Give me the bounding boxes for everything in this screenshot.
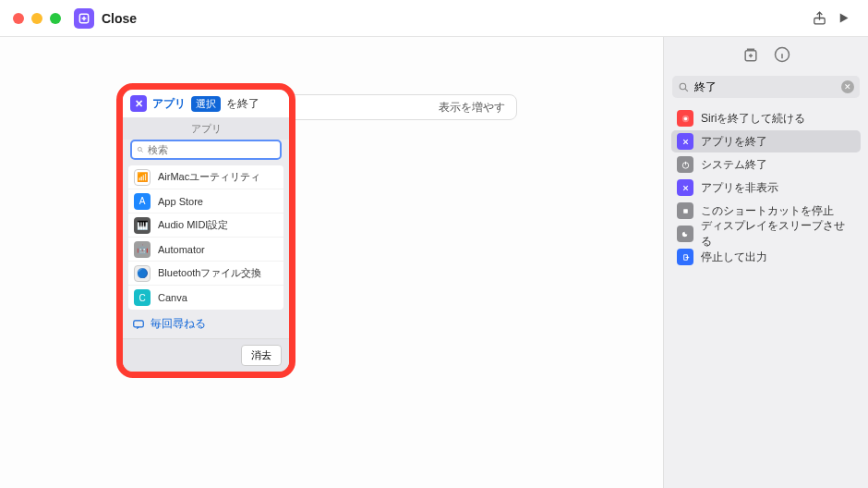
sidebar-item-label: ディスプレイをスリープさせる: [701, 218, 855, 250]
sidebar-item[interactable]: Siriを終了して続ける: [671, 107, 861, 129]
right-sidebar: ✕ Siriを終了して続けるアプリを終了システム終了アプリを非表示このショートカ…: [663, 37, 868, 488]
clear-search-button[interactable]: ✕: [841, 80, 854, 93]
sidebar-item-label: 停止して出力: [701, 250, 767, 265]
shortcut-icon: [74, 8, 94, 29]
sidebar-item[interactable]: システム終了: [671, 153, 861, 176]
sidebar-item[interactable]: アプリを終了: [671, 130, 861, 152]
minimize-window-button[interactable]: [31, 13, 42, 24]
app-name: Automator: [158, 244, 205, 255]
sidebar-item[interactable]: アプリを非表示: [671, 177, 861, 199]
app-icon: 📶: [134, 169, 151, 186]
action-header: ✕ アプリ 選択 を終了: [123, 90, 289, 117]
param-app-label[interactable]: アプリ: [152, 96, 186, 112]
share-button[interactable]: [807, 6, 831, 30]
clear-button[interactable]: 消去: [241, 345, 282, 366]
sidebar-search[interactable]: ✕: [672, 76, 860, 98]
quit-app-action-icon: ✕: [130, 95, 147, 112]
sidebar-item-icon: [677, 133, 693, 150]
sidebar-item-icon: [677, 249, 693, 265]
sidebar-search-input[interactable]: [694, 80, 837, 93]
sidebar-item-label: このショートカットを停止: [701, 203, 834, 219]
app-icon: C: [134, 289, 151, 306]
sidebar-item-icon: [677, 202, 693, 219]
sidebar-item[interactable]: 停止して出力: [671, 246, 861, 268]
sidebar-item-icon: [677, 226, 693, 242]
app-icon: A: [134, 193, 151, 210]
titlebar: Close: [0, 0, 868, 37]
window-controls: [13, 13, 61, 24]
app-name: Audio MIDI設定: [158, 218, 228, 232]
app-picker-popover: ✕ アプリ 選択 を終了 アプリ 📶AirMacユーティリティAApp Stor…: [116, 83, 295, 378]
library-button[interactable]: [741, 45, 760, 64]
app-icon: 🔵: [134, 265, 151, 282]
sidebar-item-label: システム終了: [701, 157, 767, 173]
sidebar-item-icon: [677, 156, 693, 173]
popover-search-input[interactable]: [148, 144, 275, 155]
app-icon: 🎹: [134, 217, 151, 234]
app-row[interactable]: CCanva: [128, 286, 283, 310]
app-icon: 🤖: [134, 241, 151, 258]
zoom-window-button[interactable]: [50, 13, 61, 24]
svg-point-6: [680, 83, 686, 90]
svg-rect-3: [134, 320, 144, 326]
sidebar-item-icon: [677, 110, 693, 127]
chat-icon: [132, 318, 145, 331]
show-more-label[interactable]: 表示を増やす: [439, 100, 505, 116]
window-title: Close: [102, 11, 137, 26]
param-select-pill[interactable]: 選択: [191, 96, 221, 112]
app-row[interactable]: AApp Store: [128, 189, 283, 214]
app-row[interactable]: 🤖Automator: [128, 238, 283, 262]
editor-canvas: 表示を増やす ✕ アプリ 選択 を終了 アプリ 📶AirMacユーティリティAA…: [0, 37, 663, 488]
ask-each-time-row[interactable]: 毎回尋ねる: [123, 310, 289, 338]
app-list: 📶AirMacユーティリティAApp Store🎹Audio MIDI設定🤖Au…: [128, 165, 283, 310]
app-name: AirMacユーティリティ: [158, 170, 260, 184]
svg-point-2: [138, 147, 141, 151]
close-window-button[interactable]: [13, 13, 24, 24]
app-row[interactable]: 📶AirMacユーティリティ: [128, 165, 283, 189]
sidebar-item-label: Siriを終了して続ける: [701, 111, 805, 127]
info-button[interactable]: [773, 45, 791, 64]
search-icon: [137, 144, 144, 155]
popover-section-header: アプリ: [123, 117, 289, 140]
svg-point-8: [683, 116, 687, 120]
app-row[interactable]: 🔵Bluetoothファイル交換: [128, 262, 283, 286]
app-name: App Store: [158, 196, 203, 207]
run-button[interactable]: [831, 6, 855, 30]
svg-rect-10: [683, 209, 688, 214]
sidebar-item-icon: [677, 179, 693, 196]
sidebar-action-list: Siriを終了して続けるアプリを終了システム終了アプリを非表示このショートカット…: [664, 107, 868, 268]
app-row[interactable]: 🎹Audio MIDI設定: [128, 214, 283, 238]
search-icon: [678, 81, 690, 93]
param-end-label: を終了: [226, 96, 259, 112]
popover-search-field[interactable]: [130, 140, 282, 160]
sidebar-item[interactable]: ディスプレイをスリープさせる: [671, 223, 861, 245]
app-name: Bluetoothファイル交換: [158, 266, 261, 280]
app-name: Canva: [158, 292, 187, 303]
sidebar-item-label: アプリを非表示: [701, 180, 778, 196]
sidebar-item-label: アプリを終了: [701, 134, 767, 150]
